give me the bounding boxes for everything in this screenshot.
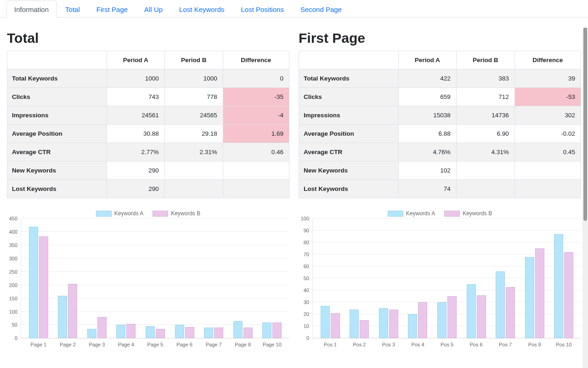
chart-legend: Keywords AKeywords B [7, 210, 289, 217]
col-header: Difference [514, 51, 581, 69]
cell: 15038 [398, 106, 456, 125]
bar-b[interactable] [68, 284, 77, 338]
row-label: Clicks [7, 88, 107, 106]
scrollbar-thumb[interactable] [583, 28, 587, 221]
bar-b[interactable] [214, 328, 223, 338]
bar-b[interactable] [272, 322, 282, 339]
bar-b[interactable] [126, 324, 136, 339]
y-tick: 350 [9, 242, 17, 248]
panel-first-page: First PagePeriod APeriod BDifferenceTota… [299, 22, 581, 339]
cell: 290 [107, 161, 164, 180]
bar-b[interactable] [477, 295, 486, 339]
x-tick: Page 4 [118, 342, 134, 347]
y-tick: 400 [9, 229, 17, 235]
bar-a[interactable] [233, 321, 243, 339]
cell: 422 [398, 69, 456, 88]
y-tick: 250 [9, 269, 17, 275]
bar-b[interactable] [389, 310, 398, 338]
bar-b[interactable] [39, 236, 48, 338]
legend-label: Keywords B [171, 210, 200, 217]
y-tick: 20 [304, 311, 309, 317]
bar-a[interactable] [262, 322, 271, 339]
bar-group: Page 5 [141, 218, 170, 338]
tab-lost-positions[interactable]: Lost Positions [233, 0, 292, 17]
bar-a[interactable] [58, 296, 67, 338]
table-row: Average CTR4.76%4.31%0.45 [299, 143, 581, 161]
bar-b[interactable] [564, 252, 573, 338]
tab-second-page[interactable]: Second Page [293, 0, 350, 17]
legend-item-b[interactable]: Keywords B [153, 210, 200, 217]
table-row: Total Keywords42238339 [299, 69, 581, 88]
cell: 4.76% [398, 143, 456, 161]
bar-b[interactable] [418, 302, 427, 338]
bar-a[interactable] [175, 325, 184, 338]
bar-b[interactable] [506, 287, 515, 339]
cell: 74 [398, 180, 456, 198]
y-tick: 0 [306, 335, 309, 341]
row-label: New Keywords [7, 161, 107, 180]
bar-a[interactable] [496, 271, 505, 339]
bar-a[interactable] [379, 308, 388, 338]
x-tick: Pos 5 [441, 342, 453, 347]
cell: 302 [514, 106, 581, 125]
tab-first-page[interactable]: First Page [89, 0, 136, 17]
row-label: Total Keywords [299, 69, 399, 88]
bar-a[interactable] [408, 314, 417, 338]
cell: 290 [107, 180, 164, 198]
bar-group: Pos 10 [549, 218, 579, 338]
y-tick: 450 [9, 216, 17, 221]
bar-b[interactable] [535, 248, 544, 338]
x-tick: Page 1 [30, 342, 46, 347]
bar-a[interactable] [437, 302, 447, 338]
tab-lost-keywords[interactable]: Lost Keywords [171, 0, 232, 17]
x-tick: Pos 3 [382, 342, 395, 347]
col-header [299, 51, 399, 69]
bar-b[interactable] [156, 329, 165, 338]
bar-b[interactable] [185, 327, 194, 338]
bar-group: Pos 4 [403, 218, 433, 338]
table-row: Clicks743778-35 [7, 88, 289, 106]
bar-b[interactable] [360, 320, 369, 338]
chart-area: 0102030405060708090100Pos 1Pos 2Pos 3Pos… [312, 218, 581, 339]
data-table: Period APeriod BDifferenceTotal Keywords… [299, 51, 581, 198]
swatch-b [444, 211, 460, 217]
scrollbar[interactable] [582, 28, 588, 368]
bar-a[interactable] [525, 257, 534, 339]
bar-b[interactable] [97, 317, 107, 338]
bar-a[interactable] [87, 329, 96, 338]
legend-item-a[interactable]: Keywords A [388, 210, 435, 217]
bar-a[interactable] [554, 234, 563, 338]
tab-total[interactable]: Total [57, 0, 88, 17]
tab-all-up[interactable]: All Up [136, 0, 170, 17]
col-header: Period B [164, 51, 223, 69]
chart: Keywords AKeywords B01020304050607080901… [299, 210, 581, 339]
bar-b[interactable] [447, 296, 457, 338]
bar-a[interactable] [321, 306, 330, 338]
legend-item-a[interactable]: Keywords A [96, 210, 143, 217]
bar-b[interactable] [243, 328, 253, 338]
bar-a[interactable] [29, 227, 38, 339]
swatch-a [388, 211, 403, 217]
y-tick: 30 [304, 299, 309, 305]
legend-item-b[interactable]: Keywords B [444, 210, 492, 217]
cell [164, 180, 223, 198]
table-row: New Keywords102 [299, 161, 581, 180]
row-label: Average Position [7, 125, 107, 143]
bar-group: Page 6 [170, 218, 199, 338]
y-tick: 300 [9, 256, 17, 261]
bar-a[interactable] [146, 326, 155, 339]
cell: 0.46 [223, 143, 289, 161]
bar-a[interactable] [116, 325, 125, 338]
cell: -35 [223, 88, 289, 106]
x-tick: Page 7 [206, 342, 222, 347]
tab-information[interactable]: Information [6, 0, 57, 17]
cell: 30.88 [107, 125, 164, 143]
bar-a[interactable] [350, 310, 359, 338]
cell [456, 161, 514, 180]
bar-a[interactable] [204, 328, 213, 338]
bar-b[interactable] [331, 313, 340, 339]
bar-a[interactable] [467, 284, 476, 338]
cell [456, 180, 514, 198]
cell: -4 [223, 106, 289, 125]
panel-title: First Page [299, 30, 581, 46]
